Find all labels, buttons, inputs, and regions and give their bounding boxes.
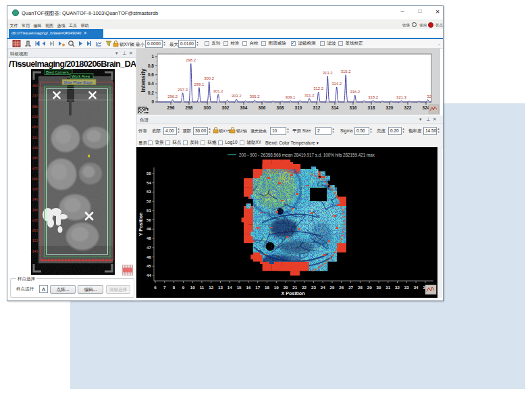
svg-text:25: 25 [330,285,335,290]
svg-text:200 - 900 - 26358.566 mean 284: 200 - 900 - 26358.566 mean 28419.917 s.d… [239,153,375,157]
svg-text:16: 16 [246,285,250,290]
svg-text:30: 30 [377,285,381,290]
svg-text:29: 29 [367,285,372,290]
svg-text:310: 310 [295,105,302,110]
svg-text:45: 45 [147,263,151,268]
svg-text:302: 302 [222,105,230,110]
svg-text:300: 300 [204,105,211,110]
svg-text:28: 28 [358,285,363,290]
svg-text:-103: -103 [32,239,38,242]
svg-text:322: 322 [404,105,412,110]
svg-text:48: 48 [147,236,151,240]
svg-text:21: 21 [292,285,297,290]
svg-text:23: 23 [311,285,316,290]
svg-text:24: 24 [321,285,325,290]
svg-text:0.4: 0.4 [148,81,154,86]
svg-text:318: 318 [368,105,375,110]
svg-text:10: 10 [190,285,195,290]
svg-text:50: 50 [147,217,151,222]
svg-text:1: 1 [151,54,154,59]
svg-text:14: 14 [228,285,232,290]
svg-text:19: 19 [274,285,279,290]
svg-text:17: 17 [255,285,260,290]
svg-text:296: 296 [167,105,175,110]
svg-text:Slide Plate Edge: Slide Plate Edge [63,80,92,84]
svg-text:34: 34 [414,285,419,290]
svg-text:53: 53 [147,189,151,194]
svg-text:316.2: 316.2 [350,90,361,94]
svg-text:31: 31 [385,285,390,290]
svg-text:-460: -460 [32,84,38,88]
svg-text:306: 306 [259,105,266,110]
svg-text:0.6: 0.6 [148,72,154,77]
svg-text:Intensity: Intensity [140,68,147,92]
svg-text:6: 6 [154,285,157,290]
svg-text:301.2: 301.2 [213,89,224,93]
svg-text:X Position: X Position [281,290,304,296]
svg-text:-986: -986 [32,105,38,109]
svg-text:44: 44 [147,273,151,278]
svg-text:-263: -263 [32,229,38,232]
svg-text:316: 316 [350,105,357,110]
svg-text:-146: -146 [32,198,38,201]
svg-text:7: 7 [163,285,166,290]
svg-text:49: 49 [147,226,151,231]
svg-text:303.2: 303.2 [232,94,242,98]
svg-text:300.2: 300.2 [204,76,215,80]
svg-text:304: 304 [240,105,248,110]
svg-text:312.2: 312.2 [313,86,324,90]
svg-text:0: 0 [151,99,154,104]
svg-text:314.2: 314.2 [331,82,342,86]
svg-text:Bled Corners: Bled Corners [46,70,69,74]
svg-text:-066: -066 [32,178,38,181]
svg-text:-186: -186 [32,209,38,212]
svg-text:299.1: 299.1 [194,82,205,86]
svg-text:-186: -186 [32,157,38,160]
svg-text:32: 32 [395,285,400,290]
svg-text:26: 26 [339,285,344,290]
svg-text:54: 54 [147,180,151,185]
svg-text:8: 8 [173,285,176,290]
svg-text:305.2: 305.2 [250,95,261,99]
svg-text:55: 55 [147,171,151,176]
svg-text:33: 33 [404,285,409,290]
svg-text:11: 11 [200,285,205,290]
svg-text:-226: -226 [32,167,38,170]
svg-text:Y Position: Y Position [138,212,144,236]
svg-text:-023: -023 [32,115,38,119]
svg-text:-106: -106 [32,188,38,191]
svg-text:298: 298 [186,105,193,110]
svg-text:297.3: 297.3 [178,88,188,92]
svg-text:315.2: 315.2 [341,70,352,74]
svg-text:20: 20 [284,285,288,290]
svg-text:-226: -226 [32,219,38,222]
svg-text:46: 46 [147,255,151,259]
svg-text:296.2: 296.2 [167,95,178,99]
svg-text:-146: -146 [32,147,38,150]
svg-text:12: 12 [209,285,213,290]
svg-text:311.2: 311.2 [304,93,315,97]
svg-text:27: 27 [348,285,353,290]
svg-text:320: 320 [386,105,394,110]
svg-text:32: 32 [427,95,431,99]
svg-text:Work Area: Work Area [72,74,90,78]
svg-text:298.2: 298.2 [186,58,196,62]
svg-text:-063: -063 [32,126,38,129]
svg-text:52: 52 [147,199,151,203]
svg-text:313.2: 313.2 [323,71,334,75]
svg-text:18: 18 [265,285,269,290]
svg-text:9: 9 [182,285,185,290]
svg-text:-737: -737 [32,95,38,98]
svg-text:318.2: 318.2 [368,95,379,99]
svg-text:15: 15 [237,285,242,290]
svg-text:0.8: 0.8 [148,63,154,68]
svg-text:314: 314 [331,105,339,110]
svg-text:0.2: 0.2 [148,90,154,95]
svg-text:51: 51 [147,208,151,213]
svg-text:309.1: 309.1 [285,95,296,99]
svg-text:308: 308 [277,105,284,110]
svg-text:47: 47 [147,245,151,250]
svg-text:-101: -101 [32,136,38,140]
svg-text:321.3: 321.3 [396,95,407,99]
svg-text:-143: -143 [32,250,38,253]
